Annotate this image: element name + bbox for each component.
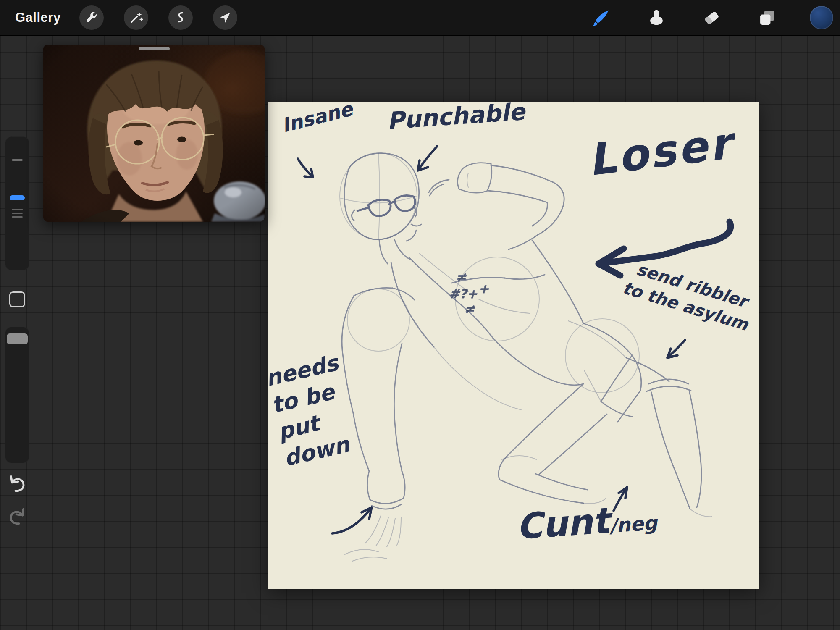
- reference-photo: [43, 45, 265, 222]
- redo-button[interactable]: [6, 506, 29, 528]
- opacity-slider[interactable]: [5, 327, 29, 463]
- brush-size-slider[interactable]: [5, 136, 29, 270]
- chest-mark: +: [478, 281, 489, 296]
- toolbar-right-group: [555, 6, 840, 29]
- annotation-suffix: /neg: [609, 511, 658, 537]
- selection-button[interactable]: [168, 5, 193, 30]
- top-toolbar: Gallery: [0, 0, 840, 35]
- layers-button[interactable]: [758, 8, 777, 27]
- magic-wand-icon: [129, 10, 143, 25]
- procreate-workspace: Gallery: [0, 0, 840, 630]
- chest-scribbles: ≠ #?+ + ≠: [449, 270, 489, 316]
- slider-grip-lines: [12, 209, 23, 220]
- ribbler-arrow: [658, 335, 692, 365]
- paint-tool-button[interactable]: [591, 8, 611, 27]
- layers-icon: [758, 8, 777, 27]
- smudge-finger-icon: [647, 8, 666, 27]
- wrench-icon: [84, 10, 99, 25]
- modify-button[interactable]: [9, 291, 25, 307]
- undo-icon: [6, 473, 29, 496]
- reference-drag-handle[interactable]: [139, 47, 170, 50]
- gallery-button[interactable]: Gallery: [15, 10, 61, 25]
- transform-arrow-icon: [218, 10, 232, 25]
- erase-tool-button[interactable]: [702, 8, 722, 27]
- redo-icon: [6, 506, 29, 528]
- transform-button[interactable]: [213, 5, 237, 30]
- slider-tick: [12, 159, 23, 161]
- smudge-tool-button[interactable]: [647, 8, 666, 27]
- opacity-handle[interactable]: [7, 333, 28, 344]
- punchable-arrow: [410, 142, 443, 178]
- drawing-canvas[interactable]: ≠ #?+ + ≠ Insane Punchable Loser send ri…: [268, 102, 759, 589]
- insane-arrow: [293, 155, 322, 185]
- annotation-text: Cunt: [515, 500, 611, 547]
- needs-arrow: [328, 495, 383, 540]
- chest-mark: #?+: [449, 286, 478, 301]
- adjustments-button[interactable]: [124, 5, 148, 30]
- brush-size-handle[interactable]: [10, 195, 25, 200]
- selection-s-icon: [173, 10, 188, 25]
- color-swatch[interactable]: [810, 6, 833, 29]
- chest-mark: ≠: [456, 270, 467, 284]
- toolbar-left-group: Gallery: [0, 5, 237, 30]
- reference-image-window[interactable]: [43, 45, 265, 222]
- chest-mark: ≠: [464, 302, 475, 316]
- paintbrush-icon: [591, 8, 611, 27]
- undo-button[interactable]: [6, 473, 29, 496]
- eraser-icon: [702, 8, 722, 27]
- actions-button[interactable]: [79, 5, 104, 30]
